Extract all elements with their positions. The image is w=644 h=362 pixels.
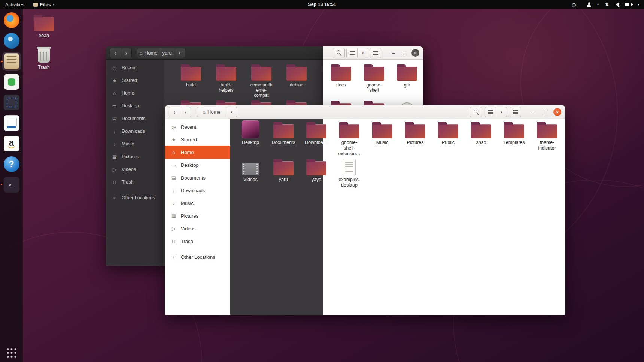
close-button[interactable]: × — [553, 108, 561, 116]
network-icon[interactable] — [604, 1, 610, 8]
sidebar-item-label: Downloads — [181, 188, 205, 193]
dock-item-libreoffice-writer[interactable] — [2, 114, 21, 132]
file-item-snap[interactable]: snap — [465, 120, 498, 156]
sidebar-item-music[interactable]: Music — [165, 197, 230, 209]
file-label: build- helpers — [219, 82, 233, 93]
file-item-public[interactable]: Public — [432, 120, 465, 156]
breadcrumb-current-button[interactable]: yaru — [160, 48, 174, 58]
sidebar-item-desktop[interactable]: Desktop — [106, 99, 164, 112]
file-item-pictures[interactable]: Pictures — [399, 120, 432, 156]
sidebar-item-videos[interactable]: Videos — [106, 163, 164, 176]
menu-button[interactable] — [370, 48, 381, 58]
desktop-icon-trash[interactable]: Trash — [28, 49, 60, 70]
maximize-button[interactable] — [400, 49, 409, 58]
file-item-videos[interactable]: Videos — [234, 157, 267, 188]
battery-icon[interactable] — [625, 1, 633, 8]
header-bar[interactable]: Home × — [165, 105, 565, 119]
desktop-icon-eoan[interactable]: eoan — [28, 13, 60, 38]
dock-item-help[interactable] — [2, 155, 21, 174]
dock-item-thunderbird[interactable] — [2, 31, 21, 50]
timer-icon[interactable] — [571, 1, 577, 8]
system-tray[interactable] — [571, 0, 644, 9]
dock-item-screenshot[interactable] — [2, 93, 21, 112]
sidebar-item-other-locations[interactable]: Other Locations — [165, 251, 230, 263]
file-item-templates[interactable]: Templates — [498, 120, 531, 156]
breadcrumb-home-button[interactable]: Home — [197, 107, 226, 117]
sidebar-item-videos[interactable]: Videos — [165, 222, 230, 235]
activities-button[interactable]: Activities — [0, 0, 30, 9]
volume-icon[interactable] — [614, 1, 621, 8]
sidebar-item-recent[interactable]: Recent — [165, 120, 230, 133]
maximize-button[interactable] — [541, 108, 550, 117]
file-item-documents[interactable]: Documents — [267, 120, 300, 156]
breadcrumb-home-button[interactable]: Home — [137, 48, 160, 58]
dock-item-firefox[interactable] — [2, 11, 21, 30]
sidebar-item-label: Desktop — [122, 103, 139, 108]
dock-item-files[interactable] — [2, 52, 21, 71]
file-item-gnome-shell[interactable]: gnome- shell — [358, 63, 391, 93]
file-item-build-helpers[interactable]: build- helpers — [209, 63, 244, 98]
file-item-yaya[interactable]: yaya — [300, 157, 333, 188]
sidebar-item-pictures[interactable]: Pictures — [165, 209, 230, 222]
sidebar-item-documents[interactable]: Documents — [106, 112, 164, 125]
path-menu-button[interactable] — [226, 107, 237, 117]
dock-item-software[interactable] — [2, 73, 21, 91]
sidebar-item-downloads[interactable]: Downloads — [165, 184, 230, 197]
dock-item-amazon[interactable] — [2, 134, 21, 153]
sidebar-item-trash[interactable]: Trash — [106, 176, 164, 188]
file-item-downloads[interactable]: Downloads — [300, 120, 333, 156]
file-item-examples-desktop[interactable]: examples. desktop — [333, 157, 366, 188]
minimize-button[interactable] — [529, 108, 538, 117]
desktop-icon — [170, 162, 177, 168]
file-item-docs[interactable]: docs — [325, 63, 358, 93]
sidebar-item-home[interactable]: Home — [106, 87, 164, 99]
sidebar-item-other-locations[interactable]: Other Locations — [106, 191, 164, 204]
sidebar-item-music[interactable]: Music — [106, 138, 164, 150]
sidebar: Recent Starred Home Desktop Documents Do… — [165, 119, 230, 315]
file-item-desktop[interactable]: Desktop — [234, 120, 267, 156]
folder-icon — [306, 124, 326, 138]
list-view-button[interactable] — [346, 48, 358, 58]
sidebar-item-recent[interactable]: Recent — [106, 61, 164, 74]
forward-button[interactable] — [180, 107, 191, 117]
sidebar-item-trash[interactable]: Trash — [165, 235, 230, 248]
file-item-communitheme-compat[interactable]: communith eme- compat — [244, 63, 279, 98]
sidebar-item-starred[interactable]: Starred — [165, 133, 230, 146]
path-menu-button[interactable] — [174, 48, 185, 58]
view-options-button[interactable] — [357, 48, 368, 58]
file-item-yaru[interactable]: yaru — [267, 157, 300, 188]
sidebar-item-label: Videos — [181, 226, 196, 231]
dock-item-terminal[interactable] — [2, 175, 21, 194]
back-button[interactable] — [110, 48, 121, 58]
sidebar-item-home[interactable]: Home — [165, 146, 230, 159]
thunderbird-icon — [4, 33, 19, 49]
file-item-music[interactable]: Music — [366, 120, 399, 156]
breadcrumb: Home — [197, 107, 237, 117]
file-item-build[interactable]: build — [173, 63, 209, 98]
search-button[interactable] — [333, 48, 345, 58]
home-icon — [111, 90, 118, 96]
header-bar[interactable]: × — [323, 46, 423, 60]
recent-icon — [170, 124, 177, 130]
file-item-gnome-shell-extensions[interactable]: gnome- shell- extensio… — [333, 120, 366, 156]
sidebar-item-starred[interactable]: Starred — [106, 74, 164, 87]
sidebar-item-downloads[interactable]: Downloads — [106, 125, 164, 138]
close-button[interactable]: × — [411, 49, 419, 57]
sidebar-item-desktop[interactable]: Desktop — [165, 159, 230, 171]
forward-button[interactable] — [121, 48, 132, 58]
view-options-button[interactable] — [496, 107, 507, 117]
menu-button[interactable] — [510, 107, 521, 117]
sidebar-item-documents[interactable]: Documents — [165, 171, 230, 184]
clock[interactable]: Sep 13 16:51 — [308, 2, 336, 7]
list-view-button[interactable] — [485, 107, 496, 117]
search-button[interactable] — [470, 107, 482, 117]
show-applications-button[interactable] — [7, 348, 16, 358]
sidebar-item-pictures[interactable]: Pictures — [106, 150, 164, 163]
file-item-debian[interactable]: debian — [279, 63, 314, 98]
accessibility-icon[interactable] — [586, 1, 592, 8]
file-item-gtk[interactable]: gtk — [391, 63, 423, 93]
back-button[interactable] — [169, 107, 180, 117]
minimize-button[interactable] — [389, 49, 398, 58]
app-menu-button[interactable]: Files ▾ — [30, 0, 58, 9]
file-item-theme-indicator[interactable]: theme- indicator — [531, 120, 564, 156]
